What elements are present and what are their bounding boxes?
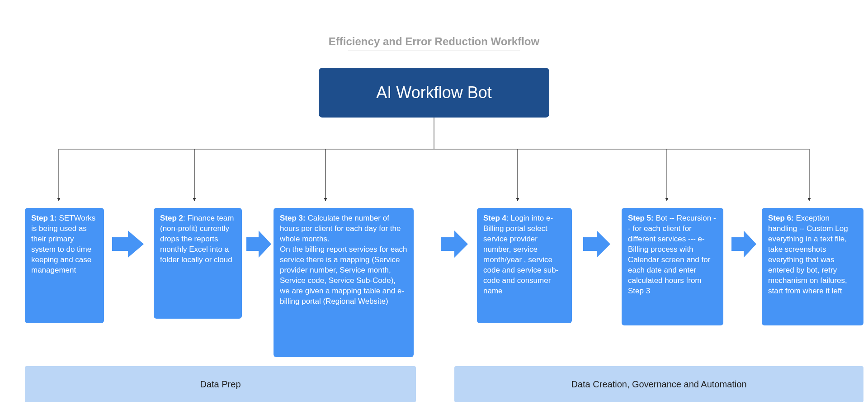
arrow-icon	[112, 231, 144, 258]
step-5: Step 5: Bot -- Recursion -- for each cli…	[622, 208, 723, 325]
step-6-label: Step 6:	[768, 214, 794, 222]
step-4-label: Step 4	[483, 214, 506, 222]
step-3-text: Calculate the number of hours per client…	[280, 214, 407, 306]
step-5-label: Step 5:	[628, 214, 654, 222]
arrow-icon	[246, 231, 271, 258]
step-4-text: : Login into e-Billing portal select ser…	[483, 214, 558, 295]
root-node: AI Workflow Bot	[319, 68, 549, 118]
step-3-label: Step 3:	[280, 214, 306, 222]
arrow-icon	[583, 231, 610, 258]
step-5-text: Bot -- Recursion -- for each client for …	[628, 214, 716, 295]
step-3: Step 3: Calculate the number of hours pe…	[274, 208, 414, 357]
step-1-label: Step 1:	[31, 214, 57, 222]
group-data-prep: Data Prep	[25, 366, 416, 402]
arrow-icon	[441, 231, 468, 258]
title-underline	[348, 51, 520, 51]
group-data-creation: Data Creation, Governance and Automation	[454, 366, 863, 402]
step-2-label: Step 2	[160, 214, 183, 222]
step-2: Step 2: Finance team (non-profit) curren…	[154, 208, 242, 319]
step-6: Step 6: Exception handling -- Custom Log…	[762, 208, 863, 325]
diagram-canvas: Efficiency and Error Reduction Workflow …	[0, 0, 868, 419]
step-6-text: Exception handling -- Custom Log everyth…	[768, 214, 848, 295]
diagram-title: Efficiency and Error Reduction Workflow	[0, 35, 868, 48]
step-1-text: SETWorks is being used as their primary …	[31, 214, 95, 274]
step-4: Step 4: Login into e-Billing portal sele…	[477, 208, 572, 323]
connector-lines	[0, 0, 868, 419]
arrow-icon	[731, 231, 756, 258]
step-1: Step 1: SETWorks is being used as their …	[25, 208, 104, 323]
